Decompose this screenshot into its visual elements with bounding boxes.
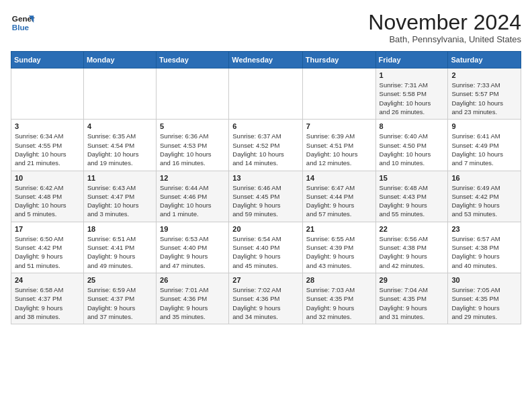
calendar-table: SundayMondayTuesdayWednesdayThursdayFrid… — [11, 51, 521, 324]
day-number: 29 — [380, 276, 445, 284]
day-info: Sunrise: 6:55 AM Sunset: 4:39 PM Dayligh… — [306, 234, 372, 270]
day-number: 18 — [87, 225, 152, 233]
day-number: 27 — [232, 276, 299, 284]
day-cell: 13Sunrise: 6:46 AM Sunset: 4:45 PM Dayli… — [229, 171, 303, 222]
day-info: Sunrise: 6:50 AM Sunset: 4:42 PM Dayligh… — [15, 234, 80, 270]
day-info: Sunrise: 7:31 AM Sunset: 5:58 PM Dayligh… — [380, 81, 445, 116]
day-info: Sunrise: 6:59 AM Sunset: 4:37 PM Dayligh… — [87, 285, 152, 321]
day-cell: 17Sunrise: 6:50 AM Sunset: 4:42 PM Dayli… — [11, 222, 84, 273]
day-number: 11 — [87, 174, 152, 182]
day-number: 5 — [160, 122, 225, 130]
day-number: 2 — [451, 71, 517, 79]
day-info: Sunrise: 7:05 AM Sunset: 4:35 PM Dayligh… — [451, 285, 517, 321]
day-number: 7 — [306, 122, 372, 130]
day-number: 28 — [306, 276, 372, 284]
day-cell: 20Sunrise: 6:54 AM Sunset: 4:40 PM Dayli… — [229, 222, 303, 273]
day-cell: 14Sunrise: 6:47 AM Sunset: 4:44 PM Dayli… — [302, 171, 375, 222]
day-cell: 8Sunrise: 6:40 AM Sunset: 4:50 PM Daylig… — [375, 120, 448, 171]
header-day-thursday: Thursday — [302, 52, 375, 68]
page-header: General Blue November 2024 Bath, Pennsyl… — [11, 11, 521, 44]
day-info: Sunrise: 7:03 AM Sunset: 4:35 PM Dayligh… — [306, 285, 372, 321]
day-cell: 3Sunrise: 6:34 AM Sunset: 4:55 PM Daylig… — [11, 120, 84, 171]
day-info: Sunrise: 6:47 AM Sunset: 4:44 PM Dayligh… — [306, 183, 372, 219]
day-number: 19 — [160, 225, 225, 233]
day-cell: 12Sunrise: 6:44 AM Sunset: 4:46 PM Dayli… — [157, 171, 229, 222]
day-info: Sunrise: 6:34 AM Sunset: 4:55 PM Dayligh… — [15, 132, 80, 167]
day-number: 15 — [380, 174, 445, 182]
svg-text:Blue: Blue — [12, 23, 30, 32]
day-cell — [302, 68, 375, 120]
header-day-saturday: Saturday — [448, 52, 521, 68]
day-number: 12 — [160, 174, 225, 182]
day-info: Sunrise: 6:48 AM Sunset: 4:43 PM Dayligh… — [380, 183, 445, 219]
day-cell: 30Sunrise: 7:05 AM Sunset: 4:35 PM Dayli… — [448, 273, 521, 324]
day-cell: 7Sunrise: 6:39 AM Sunset: 4:51 PM Daylig… — [302, 120, 375, 171]
day-info: Sunrise: 6:40 AM Sunset: 4:50 PM Dayligh… — [380, 132, 445, 167]
day-cell: 18Sunrise: 6:51 AM Sunset: 4:41 PM Dayli… — [83, 222, 156, 273]
day-cell: 19Sunrise: 6:53 AM Sunset: 4:40 PM Dayli… — [157, 222, 229, 273]
header-day-tuesday: Tuesday — [157, 52, 229, 68]
day-number: 22 — [380, 225, 445, 233]
day-cell: 4Sunrise: 6:35 AM Sunset: 4:54 PM Daylig… — [83, 120, 156, 171]
day-info: Sunrise: 6:57 AM Sunset: 4:38 PM Dayligh… — [451, 234, 517, 270]
week-row-1: 1Sunrise: 7:31 AM Sunset: 5:58 PM Daylig… — [11, 68, 521, 120]
day-info: Sunrise: 7:01 AM Sunset: 4:36 PM Dayligh… — [160, 285, 225, 321]
day-info: Sunrise: 6:37 AM Sunset: 4:52 PM Dayligh… — [232, 132, 299, 167]
day-info: Sunrise: 6:51 AM Sunset: 4:41 PM Dayligh… — [87, 234, 152, 270]
day-cell: 15Sunrise: 6:48 AM Sunset: 4:43 PM Dayli… — [375, 171, 448, 222]
day-number: 30 — [451, 276, 517, 284]
header-day-monday: Monday — [83, 52, 156, 68]
day-info: Sunrise: 6:54 AM Sunset: 4:40 PM Dayligh… — [232, 234, 299, 270]
day-cell: 21Sunrise: 6:55 AM Sunset: 4:39 PM Dayli… — [302, 222, 375, 273]
day-cell — [83, 68, 156, 120]
day-info: Sunrise: 6:58 AM Sunset: 4:37 PM Dayligh… — [15, 285, 80, 321]
day-number: 10 — [15, 174, 80, 182]
week-row-3: 10Sunrise: 6:42 AM Sunset: 4:48 PM Dayli… — [11, 171, 521, 222]
day-cell: 2Sunrise: 7:33 AM Sunset: 5:57 PM Daylig… — [448, 68, 521, 120]
header-day-sunday: Sunday — [11, 52, 84, 68]
header-row: SundayMondayTuesdayWednesdayThursdayFrid… — [11, 52, 521, 68]
month-title: November 2024 — [368, 11, 521, 34]
day-info: Sunrise: 6:35 AM Sunset: 4:54 PM Dayligh… — [87, 132, 152, 167]
day-cell: 1Sunrise: 7:31 AM Sunset: 5:58 PM Daylig… — [375, 68, 448, 120]
header-day-friday: Friday — [375, 52, 448, 68]
day-info: Sunrise: 6:49 AM Sunset: 4:42 PM Dayligh… — [451, 183, 517, 219]
day-info: Sunrise: 6:41 AM Sunset: 4:49 PM Dayligh… — [451, 132, 517, 167]
day-cell: 6Sunrise: 6:37 AM Sunset: 4:52 PM Daylig… — [229, 120, 303, 171]
day-cell — [229, 68, 303, 120]
header-day-wednesday: Wednesday — [229, 52, 303, 68]
day-info: Sunrise: 6:56 AM Sunset: 4:38 PM Dayligh… — [380, 234, 445, 270]
day-cell: 23Sunrise: 6:57 AM Sunset: 4:38 PM Dayli… — [448, 222, 521, 273]
day-info: Sunrise: 7:04 AM Sunset: 4:35 PM Dayligh… — [380, 285, 445, 321]
day-number: 20 — [232, 225, 299, 233]
day-info: Sunrise: 6:44 AM Sunset: 4:46 PM Dayligh… — [160, 183, 225, 219]
day-number: 16 — [451, 174, 517, 182]
day-cell: 10Sunrise: 6:42 AM Sunset: 4:48 PM Dayli… — [11, 171, 84, 222]
day-info: Sunrise: 6:46 AM Sunset: 4:45 PM Dayligh… — [232, 183, 299, 219]
day-info: Sunrise: 6:43 AM Sunset: 4:47 PM Dayligh… — [87, 183, 152, 219]
day-number: 1 — [380, 71, 445, 79]
day-cell: 11Sunrise: 6:43 AM Sunset: 4:47 PM Dayli… — [83, 171, 156, 222]
day-number: 26 — [160, 276, 225, 284]
day-number: 25 — [87, 276, 152, 284]
day-cell — [157, 68, 229, 120]
day-cell: 28Sunrise: 7:03 AM Sunset: 4:35 PM Dayli… — [302, 273, 375, 324]
day-cell: 22Sunrise: 6:56 AM Sunset: 4:38 PM Dayli… — [375, 222, 448, 273]
day-info: Sunrise: 7:33 AM Sunset: 5:57 PM Dayligh… — [451, 81, 517, 116]
logo: General Blue — [11, 11, 35, 35]
title-area: November 2024 Bath, Pennsylvania, United… — [368, 11, 521, 44]
location: Bath, Pennsylvania, United States — [368, 34, 521, 44]
day-cell: 25Sunrise: 6:59 AM Sunset: 4:37 PM Dayli… — [83, 273, 156, 324]
day-number: 8 — [380, 122, 445, 130]
day-info: Sunrise: 7:02 AM Sunset: 4:36 PM Dayligh… — [232, 285, 299, 321]
day-cell: 26Sunrise: 7:01 AM Sunset: 4:36 PM Dayli… — [157, 273, 229, 324]
day-info: Sunrise: 6:36 AM Sunset: 4:53 PM Dayligh… — [160, 132, 225, 167]
day-number: 23 — [451, 225, 517, 233]
day-number: 21 — [306, 225, 372, 233]
day-number: 14 — [306, 174, 372, 182]
day-number: 24 — [15, 276, 80, 284]
logo-icon: General Blue — [11, 11, 35, 35]
day-number: 13 — [232, 174, 299, 182]
day-number: 17 — [15, 225, 80, 233]
day-info: Sunrise: 6:39 AM Sunset: 4:51 PM Dayligh… — [306, 132, 372, 167]
